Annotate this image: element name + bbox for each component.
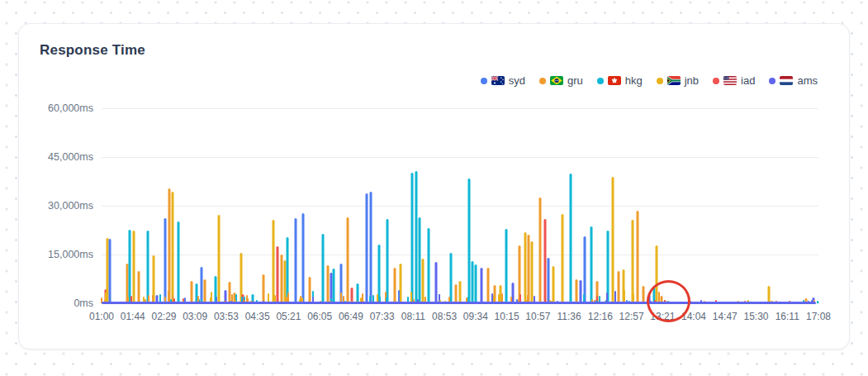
response-spike bbox=[108, 239, 111, 303]
flag-netherlands-icon bbox=[780, 76, 793, 85]
response-spike bbox=[486, 268, 489, 303]
series-color-dot bbox=[713, 78, 719, 84]
response-spike bbox=[177, 221, 179, 303]
response-spike bbox=[191, 281, 193, 303]
page-title: Response Time bbox=[40, 42, 145, 59]
response-spike bbox=[218, 215, 221, 303]
x-tick-label: 01:00 bbox=[89, 311, 114, 322]
response-spike bbox=[632, 220, 634, 303]
response-spike bbox=[410, 173, 413, 304]
legend-item-label: jnb bbox=[685, 74, 699, 87]
x-tick-label: 06:05 bbox=[307, 311, 332, 322]
x-tick-label: 15:30 bbox=[744, 311, 769, 322]
response-spike bbox=[322, 234, 325, 303]
response-spike bbox=[579, 280, 581, 303]
response-spike bbox=[475, 264, 477, 303]
response-spike bbox=[505, 229, 507, 303]
chart-legend: sydgruhkgjnbiadams bbox=[481, 74, 818, 87]
response-spike bbox=[346, 217, 349, 303]
x-tick-label: 08:53 bbox=[432, 311, 457, 322]
series-color-dot bbox=[539, 78, 546, 84]
response-spike bbox=[459, 281, 462, 303]
response-spike bbox=[449, 253, 452, 303]
response-spike bbox=[387, 219, 389, 303]
x-tick-label: 10:57 bbox=[525, 311, 550, 322]
y-tick-label: 30,000ms bbox=[48, 200, 93, 212]
response-spike bbox=[394, 268, 396, 303]
response-spike bbox=[356, 283, 358, 303]
gridline bbox=[102, 206, 818, 207]
legend-item-label: ams bbox=[797, 74, 818, 87]
response-spike bbox=[295, 218, 297, 303]
x-tick-label: 12:57 bbox=[619, 311, 644, 322]
x-tick-label: 09:34 bbox=[463, 311, 488, 322]
response-spike bbox=[171, 192, 173, 303]
legend-item-hkg[interactable]: hkg bbox=[597, 74, 643, 87]
x-tick-label: 03:09 bbox=[183, 311, 207, 322]
series-color-dot bbox=[481, 78, 487, 84]
response-spike bbox=[552, 266, 554, 303]
ams-baseline bbox=[102, 302, 816, 304]
response-spike bbox=[435, 262, 438, 303]
x-tick-label: 16:11 bbox=[776, 311, 799, 322]
response-spike bbox=[562, 214, 564, 303]
response-spike bbox=[301, 213, 304, 303]
response-spike bbox=[454, 284, 457, 303]
response-spike bbox=[138, 271, 140, 303]
response-spike bbox=[611, 177, 614, 303]
legend-item-label: hkg bbox=[625, 74, 643, 87]
legend-item-iad[interactable]: iad bbox=[713, 74, 755, 87]
flag-brazil-icon bbox=[550, 76, 563, 85]
response-spike bbox=[308, 277, 311, 303]
gridline bbox=[102, 157, 818, 158]
y-tick-label: 60,000ms bbox=[48, 102, 93, 114]
response-spike bbox=[427, 228, 429, 303]
response-spike bbox=[164, 218, 167, 303]
flag-south-africa-icon bbox=[667, 76, 681, 85]
legend-item-gru[interactable]: gru bbox=[539, 74, 583, 87]
legend-item-ams[interactable]: ams bbox=[769, 74, 818, 87]
response-spike bbox=[617, 271, 619, 303]
x-tick-label: 02:29 bbox=[151, 311, 176, 322]
legend-item-label: gru bbox=[567, 74, 583, 87]
response-spike bbox=[575, 279, 577, 303]
response-spike bbox=[530, 241, 533, 303]
legend-item-label: syd bbox=[509, 74, 525, 87]
response-spike bbox=[637, 211, 639, 303]
legend-item-syd[interactable]: syd bbox=[481, 74, 525, 87]
x-tick-label: 17:08 bbox=[806, 311, 831, 322]
legend-item-jnb[interactable]: jnb bbox=[657, 74, 699, 87]
x-tick-label: 06:49 bbox=[339, 311, 363, 322]
response-spike bbox=[369, 192, 372, 303]
x-tick-label: 05:21 bbox=[276, 311, 301, 322]
response-spike bbox=[415, 171, 418, 303]
x-tick-label: 10:15 bbox=[495, 311, 519, 322]
response-spike bbox=[768, 286, 771, 303]
flag-united-states-icon bbox=[723, 76, 737, 85]
response-spike bbox=[133, 231, 135, 303]
response-spike bbox=[128, 230, 130, 303]
x-tick-label: 12:16 bbox=[588, 311, 613, 322]
x-tick-label: 11:36 bbox=[557, 311, 581, 322]
response-spike bbox=[200, 267, 202, 303]
response-spike bbox=[481, 268, 483, 303]
gridline bbox=[102, 255, 818, 255]
response-spike bbox=[333, 269, 335, 303]
x-tick-label: 14:47 bbox=[713, 311, 738, 322]
response-time-card: Response Time sydgruhkgjnbiadams 01:0001… bbox=[18, 23, 850, 350]
y-tick-label: 15,000ms bbox=[48, 249, 93, 260]
flag-hong-kong-icon bbox=[608, 76, 621, 85]
response-spike bbox=[539, 198, 542, 303]
flag-australia-icon bbox=[491, 76, 505, 85]
response-spike bbox=[273, 220, 275, 303]
chart-plot-area[interactable]: 01:0001:4402:2903:0903:5304:3505:2106:05… bbox=[102, 108, 818, 303]
response-spike bbox=[366, 193, 368, 303]
response-spike bbox=[547, 258, 549, 303]
series-color-dot bbox=[769, 78, 776, 84]
response-spike bbox=[524, 232, 526, 303]
response-spike bbox=[818, 302, 819, 303]
response-spike bbox=[276, 246, 278, 303]
legend-item-label: iad bbox=[741, 74, 755, 87]
gridline bbox=[102, 108, 818, 109]
response-spike bbox=[590, 226, 592, 303]
